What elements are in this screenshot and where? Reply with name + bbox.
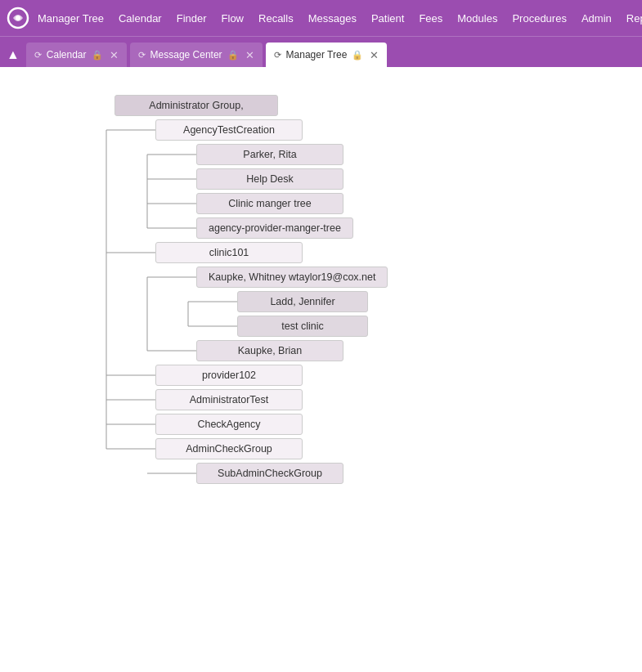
node-kaupke-whitney[interactable]: Kaupke, Whitney wtaylor19@cox.net <box>196 267 388 288</box>
tab-label: Calendar <box>47 49 87 60</box>
nav-item-manager-tree[interactable]: Manager Tree <box>38 12 104 25</box>
tab-calendar[interactable]: ⟳Calendar🔒✕ <box>26 43 127 67</box>
top-nav: Manager TreeCalendarFinderFlowRecallsMes… <box>0 0 642 36</box>
nav-item-calendar[interactable]: Calendar <box>119 12 162 25</box>
nav-item-finder[interactable]: Finder <box>177 12 207 25</box>
node-administrator-group[interactable]: Administrator Group, <box>114 95 278 116</box>
tab-manager-tree[interactable]: ⟳Manager Tree🔒✕ <box>266 43 388 67</box>
nav-item-recalls[interactable]: Recalls <box>258 12 294 25</box>
node-clinic101[interactable]: clinic101 <box>155 242 303 263</box>
refresh-icon: ⟳ <box>34 50 42 60</box>
lock-icon: 🔒 <box>92 50 103 60</box>
svg-point-1 <box>16 16 20 20</box>
tab-message-center[interactable]: ⟳Message Center🔒✕ <box>130 43 263 67</box>
node-parker-rita[interactable]: Parker, Rita <box>196 144 343 165</box>
tab-bar: ▲ ⟳Calendar🔒✕⟳Message Center🔒✕⟳Manager T… <box>0 36 642 67</box>
nav-item-admin[interactable]: Admin <box>581 12 612 25</box>
tab-close-button[interactable]: ✕ <box>110 49 119 61</box>
lock-icon: 🔒 <box>352 50 363 60</box>
tree-row-kaupke-brian: Kaupke, Brian <box>196 340 617 361</box>
nav-item-flow[interactable]: Flow <box>222 12 244 25</box>
node-administrator-test[interactable]: AdministratorTest <box>155 389 303 410</box>
node-agency-provider-manger-tree[interactable]: agency-provider-manger-tree <box>196 217 353 239</box>
tree-row-ladd-jennifer: Ladd, Jennifer <box>237 291 617 312</box>
nav-item-fees[interactable]: Fees <box>419 12 442 25</box>
tree-row-admin-check-group: AdminCheckGroup <box>155 438 617 459</box>
tree-row-parker-rita: Parker, Rita <box>196 144 617 165</box>
nav-items: Manager TreeCalendarFinderFlowRecallsMes… <box>38 12 642 25</box>
tree-row-administrator-test: AdministratorTest <box>155 389 617 410</box>
nav-item-modules[interactable]: Modules <box>457 12 497 25</box>
tree-row-agency-test-creation: AgencyTestCreation <box>155 119 617 141</box>
tab-label: Manager Tree <box>286 49 348 60</box>
nav-item-messages[interactable]: Messages <box>308 12 357 25</box>
tree-row-clinic-manger-tree: Clinic manger tree <box>196 193 617 214</box>
node-ladd-jennifer[interactable]: Ladd, Jennifer <box>237 291 368 312</box>
app-logo-icon <box>7 7 29 29</box>
node-agency-test-creation[interactable]: AgencyTestCreation <box>155 119 303 141</box>
tree-row-sub-admin-check-group: SubAdminCheckGroup <box>196 463 617 484</box>
tab-close-button[interactable]: ✕ <box>370 49 379 61</box>
tree-row-clinic101: clinic101 <box>155 242 617 263</box>
tab-label: Message Center <box>150 49 222 60</box>
tree-row-agency-provider-manger-tree: agency-provider-manger-tree <box>196 217 617 239</box>
node-kaupke-brian[interactable]: Kaupke, Brian <box>196 340 343 361</box>
tree-row-administrator-group: Administrator Group, <box>114 95 617 116</box>
node-test-clinic[interactable]: test clinic <box>237 316 368 337</box>
node-sub-admin-check-group[interactable]: SubAdminCheckGroup <box>196 463 343 484</box>
tab-close-button[interactable]: ✕ <box>245 49 254 61</box>
node-help-desk[interactable]: Help Desk <box>196 168 343 190</box>
tab-scroll-up[interactable]: ▲ <box>7 47 20 67</box>
node-clinic-manger-tree[interactable]: Clinic manger tree <box>196 193 343 214</box>
lock-icon: 🔒 <box>227 50 239 60</box>
node-check-agency[interactable]: CheckAgency <box>155 414 303 435</box>
tree-row-provider102: provider102 <box>155 365 617 386</box>
tree-row-help-desk: Help Desk <box>196 168 617 190</box>
refresh-icon: ⟳ <box>274 50 281 60</box>
refresh-icon: ⟳ <box>138 50 146 60</box>
nav-item-reports[interactable]: Reports <box>626 12 642 25</box>
nav-item-patient[interactable]: Patient <box>371 12 404 25</box>
node-admin-check-group[interactable]: AdminCheckGroup <box>155 438 303 459</box>
tree-row-test-clinic: test clinic <box>237 316 617 337</box>
node-provider102[interactable]: provider102 <box>155 365 303 386</box>
tree-wrapper: Administrator Group,AgencyTestCreationPa… <box>25 83 617 495</box>
tree-row-check-agency: CheckAgency <box>155 414 617 435</box>
nav-item-procedures[interactable]: Procedures <box>512 12 566 25</box>
main-content: Administrator Group,AgencyTestCreationPa… <box>0 67 642 672</box>
tree-row-kaupke-whitney: Kaupke, Whitney wtaylor19@cox.net <box>196 267 617 288</box>
